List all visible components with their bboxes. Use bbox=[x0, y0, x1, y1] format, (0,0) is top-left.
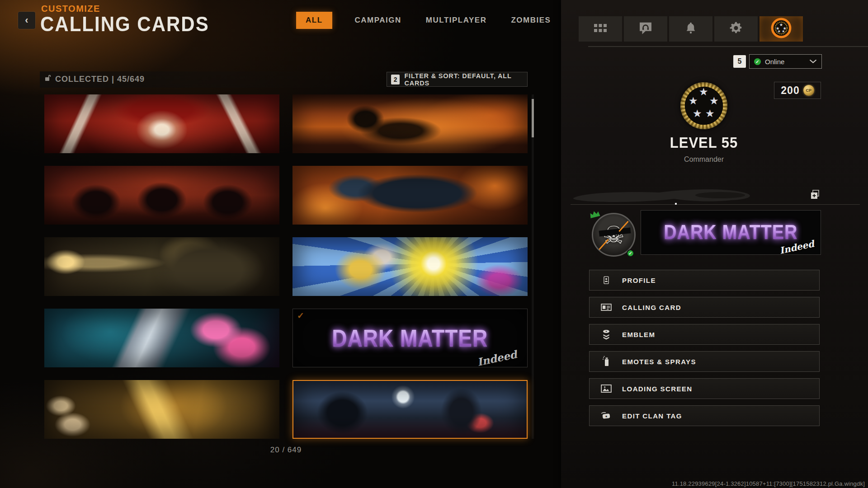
calling-card-grid: ✓ DARK MATTER Indeed bbox=[44, 94, 528, 439]
collected-count: COLLECTED | 45/649 bbox=[45, 74, 145, 84]
build-version: 11.18.22939629[24-1.3262]10587+11:[7300]… bbox=[672, 480, 865, 487]
calling-cards-screen: { "colors": { "accent": "#e8811c", "onli… bbox=[0, 0, 868, 488]
menu-item-profile[interactable]: PROFILE bbox=[589, 270, 820, 291]
cod-points-coin-icon: CP bbox=[803, 85, 814, 96]
svg-text:★: ★ bbox=[605, 330, 608, 333]
nav-app-grid-button[interactable] bbox=[579, 16, 622, 42]
svg-text:★: ★ bbox=[782, 29, 785, 33]
crown-icon bbox=[589, 209, 601, 221]
tab-zombies[interactable]: ZOMBIES bbox=[509, 12, 552, 29]
star-icon: ★ bbox=[693, 108, 702, 120]
nav-voice-chat-button[interactable] bbox=[624, 16, 667, 42]
menu-item-emblem[interactable]: ★ EMBLEM bbox=[589, 324, 820, 345]
nav-settings-button[interactable] bbox=[714, 16, 758, 42]
nav-notifications-button[interactable] bbox=[669, 16, 712, 42]
online-status-icon: ✓ bbox=[754, 58, 761, 65]
equipped-calling-card-banner[interactable]: DARK MATTER Indeed bbox=[641, 210, 821, 255]
calling-card-reaper-moonlight[interactable] bbox=[292, 380, 528, 439]
back-button[interactable]: ‹ bbox=[18, 12, 35, 29]
player-emblem-icon: ★★★★★ bbox=[770, 17, 793, 41]
filter-sort-button[interactable]: 2 FILTER & SORT: DEFAULT, ALL CARDS bbox=[387, 72, 528, 87]
spray-can-icon bbox=[600, 356, 612, 367]
divider bbox=[571, 204, 860, 205]
tab-all[interactable]: ALL bbox=[296, 12, 332, 29]
hotkey-badge: 2 bbox=[391, 75, 400, 84]
collected-label: COLLECTED | 45/649 bbox=[55, 75, 145, 84]
menu-item-edit-clan-tag[interactable]: ★ EDIT CLAN TAG bbox=[589, 405, 820, 426]
calling-card-flame-wolf[interactable] bbox=[292, 166, 528, 225]
filter-sort-label: FILTER & SORT: DEFAULT, ALL CARDS bbox=[404, 72, 523, 87]
online-status-value: Online bbox=[765, 58, 805, 66]
currency-amount: 200 bbox=[781, 84, 799, 97]
customize-menu: PROFILE CALLING CARD ★ EMBLEM EMOTES & S… bbox=[589, 270, 820, 432]
scrollbar-thumb[interactable] bbox=[532, 99, 534, 137]
social-panel: ★★★★★ 5 ✓ Online 200 CP ★ ★ ★ ★ ★ LEVEL … bbox=[561, 0, 868, 488]
svg-text:★: ★ bbox=[778, 29, 781, 33]
menu-item-loading-screen[interactable]: LOADING SCREEN bbox=[589, 378, 820, 399]
menu-item-label: LOADING SCREEN bbox=[622, 385, 692, 393]
star-icon: ★ bbox=[705, 108, 715, 120]
rank-emblem-icon: ★ bbox=[600, 328, 612, 340]
tab-campaign[interactable]: CAMPAIGN bbox=[353, 12, 403, 29]
unlocked-padlock-icon bbox=[45, 74, 52, 84]
grid-page-counter: 20 / 649 bbox=[44, 446, 528, 455]
tab-multiplayer[interactable]: MULTIPLAYER bbox=[424, 12, 489, 29]
rank-title: Commander bbox=[588, 155, 820, 164]
rank-emblem: ★ ★ ★ ★ ★ bbox=[680, 82, 727, 129]
menu-item-calling-card[interactable]: CALLING CARD bbox=[589, 297, 820, 318]
redacted-username bbox=[571, 185, 765, 207]
online-status-dropdown[interactable]: ✓ Online bbox=[749, 54, 822, 69]
nav-player-emblem-button[interactable]: ★★★★★ bbox=[760, 16, 803, 42]
svg-text:★: ★ bbox=[604, 414, 608, 418]
calling-card-comic-blast-skeleton[interactable] bbox=[292, 237, 528, 296]
star-icon: ★ bbox=[709, 95, 719, 107]
id-card-icon bbox=[600, 274, 612, 286]
grid-scrollbar[interactable] bbox=[532, 94, 534, 439]
dog-tag-icon: ★ bbox=[600, 411, 612, 421]
menu-item-label: PROFILE bbox=[622, 277, 656, 284]
notifications-bell-icon bbox=[684, 21, 698, 37]
star-icon: ★ bbox=[699, 86, 708, 98]
calling-card-icon bbox=[600, 302, 612, 312]
menu-item-label: CALLING CARD bbox=[622, 304, 681, 311]
chevron-down-icon bbox=[809, 57, 817, 66]
calling-card-title: DARK MATTER bbox=[332, 324, 488, 352]
settings-gear-icon bbox=[729, 21, 743, 37]
voice-chat-icon bbox=[638, 21, 653, 37]
star-icon: ★ bbox=[689, 95, 698, 107]
page-title: CALLING CARDS bbox=[40, 13, 209, 36]
loading-screen-icon bbox=[600, 384, 612, 394]
calling-card-chainsaw-anime-girl[interactable] bbox=[44, 309, 279, 367]
app-grid-icon bbox=[593, 22, 608, 36]
panel-nav: ★★★★★ bbox=[579, 16, 803, 42]
cod-points-balance: 200 CP bbox=[774, 82, 821, 99]
banner-title: DARK MATTER bbox=[664, 221, 797, 244]
menu-item-emotes-sprays[interactable]: EMOTES & SPRAYS bbox=[589, 351, 820, 372]
chevron-left-icon: ‹ bbox=[25, 14, 28, 26]
menu-item-label: EMBLEM bbox=[622, 331, 655, 338]
calling-card-coffin-drag-inferno[interactable] bbox=[292, 94, 528, 153]
notification-count-badge: 5 bbox=[733, 55, 746, 68]
calling-card-golden-skeleton-king[interactable] bbox=[44, 380, 279, 439]
calling-card-red-skeleton-cowboy[interactable] bbox=[44, 94, 279, 153]
menu-item-label: EMOTES & SPRAYS bbox=[622, 358, 696, 366]
calling-card-three-horsemen[interactable] bbox=[44, 166, 279, 225]
divider-dot bbox=[675, 203, 677, 205]
level-label: LEVEL 55 bbox=[588, 134, 820, 151]
social-add-icon[interactable] bbox=[809, 189, 821, 202]
player-avatar-emblem[interactable]: ☠ ✓ bbox=[592, 213, 636, 257]
nav-divider bbox=[588, 46, 868, 47]
menu-item-label: EDIT CLAN TAG bbox=[622, 412, 682, 420]
online-check-icon: ✓ bbox=[627, 249, 634, 257]
calling-card-dark-matter[interactable]: ✓ DARK MATTER Indeed bbox=[292, 309, 528, 367]
calling-card-dino-gunner[interactable] bbox=[44, 237, 279, 296]
